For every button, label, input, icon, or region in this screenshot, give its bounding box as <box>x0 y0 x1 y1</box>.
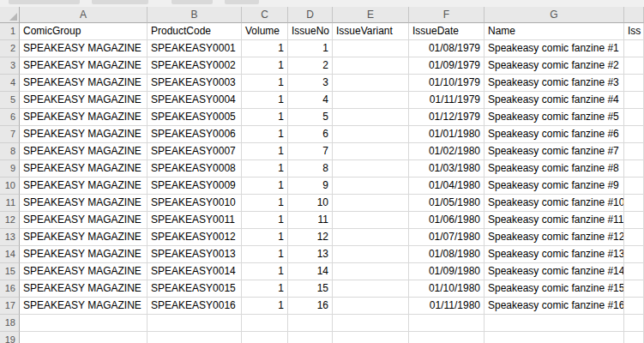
data-cell[interactable] <box>333 178 409 195</box>
field-header-cell[interactable]: IssueVariant <box>333 23 409 40</box>
data-cell[interactable]: SPEAKEASY0004 <box>147 92 242 109</box>
data-cell[interactable]: 1 <box>242 92 288 109</box>
data-cell[interactable]: SPEAKEASY MAGAZINE <box>20 298 147 315</box>
data-cell[interactable] <box>624 263 644 280</box>
data-cell[interactable]: SPEAKEASY MAGAZINE <box>20 246 147 263</box>
data-cell[interactable]: 14 <box>288 263 333 280</box>
column-header-E[interactable]: E <box>333 7 409 23</box>
data-cell[interactable]: 01/03/1980 <box>409 160 485 178</box>
data-cell[interactable]: 01/05/1980 <box>409 195 485 212</box>
data-cell[interactable]: 1 <box>242 263 288 280</box>
data-cell[interactable]: 15 <box>288 280 333 298</box>
field-header-cell[interactable]: Volume <box>242 23 288 40</box>
data-cell[interactable]: SPEAKEASY MAGAZINE <box>20 92 147 109</box>
data-cell[interactable]: 01/11/1980 <box>409 298 485 315</box>
data-cell[interactable]: Speakeasy comic fanzine #16 <box>485 298 624 315</box>
data-cell[interactable] <box>624 280 644 298</box>
row-header-17[interactable]: 17 <box>0 298 20 315</box>
data-cell[interactable] <box>333 246 409 263</box>
data-cell[interactable]: 01/10/1980 <box>409 280 485 298</box>
data-cell[interactable]: SPEAKEASY0007 <box>147 143 242 160</box>
row-header-18[interactable]: 18 <box>0 315 20 332</box>
data-cell[interactable]: 01/08/1979 <box>409 40 485 57</box>
row-header-19[interactable]: 19 <box>0 332 20 343</box>
data-cell[interactable]: 1 <box>288 40 333 57</box>
row-header-3[interactable]: 3 <box>0 57 20 75</box>
field-header-cell[interactable]: IssueDate <box>409 23 485 40</box>
data-cell[interactable] <box>333 57 409 75</box>
data-cell[interactable]: 11 <box>288 212 333 229</box>
data-cell[interactable] <box>624 160 644 178</box>
data-cell[interactable]: SPEAKEASY0003 <box>147 75 242 92</box>
data-cell[interactable]: SPEAKEASY0005 <box>147 109 242 126</box>
data-cell[interactable]: SPEAKEASY0015 <box>147 280 242 298</box>
data-cell[interactable]: 13 <box>288 246 333 263</box>
column-header-F[interactable]: F <box>409 7 485 23</box>
data-cell[interactable] <box>624 298 644 315</box>
data-cell[interactable]: 6 <box>288 126 333 143</box>
empty-cell[interactable] <box>147 332 242 343</box>
data-cell[interactable]: SPEAKEASY MAGAZINE <box>20 212 147 229</box>
data-cell[interactable] <box>333 212 409 229</box>
field-header-cell[interactable]: IssueNo <box>288 23 333 40</box>
data-cell[interactable]: Speakeasy comic fanzine #10 <box>485 195 624 212</box>
data-cell[interactable]: SPEAKEASY MAGAZINE <box>20 263 147 280</box>
data-cell[interactable]: SPEAKEASY0009 <box>147 178 242 195</box>
data-cell[interactable]: 01/08/1980 <box>409 246 485 263</box>
data-cell[interactable]: SPEAKEASY0001 <box>147 40 242 57</box>
data-cell[interactable]: SPEAKEASY MAGAZINE <box>20 195 147 212</box>
data-cell[interactable] <box>333 160 409 178</box>
row-header-9[interactable]: 9 <box>0 160 20 178</box>
data-cell[interactable]: 1 <box>242 109 288 126</box>
data-cell[interactable]: 1 <box>242 280 288 298</box>
data-cell[interactable]: SPEAKEASY MAGAZINE <box>20 75 147 92</box>
column-header-B[interactable]: B <box>147 7 242 23</box>
data-cell[interactable] <box>624 229 644 246</box>
data-cell[interactable] <box>624 57 644 75</box>
data-cell[interactable] <box>333 229 409 246</box>
data-cell[interactable] <box>333 280 409 298</box>
data-cell[interactable]: SPEAKEASY0013 <box>147 246 242 263</box>
data-cell[interactable] <box>624 212 644 229</box>
column-header-D[interactable]: D <box>288 7 333 23</box>
data-cell[interactable] <box>333 126 409 143</box>
data-cell[interactable] <box>333 75 409 92</box>
field-header-cell[interactable]: ProductCode <box>147 23 242 40</box>
row-header-10[interactable]: 10 <box>0 178 20 195</box>
data-cell[interactable]: 3 <box>288 75 333 92</box>
data-cell[interactable]: 01/04/1980 <box>409 178 485 195</box>
data-cell[interactable]: SPEAKEASY0016 <box>147 298 242 315</box>
data-cell[interactable] <box>624 126 644 143</box>
data-cell[interactable]: 1 <box>242 229 288 246</box>
row-header-1[interactable]: 1 <box>0 23 20 40</box>
empty-cell[interactable] <box>624 315 644 332</box>
data-cell[interactable] <box>624 195 644 212</box>
data-cell[interactable]: 1 <box>242 246 288 263</box>
data-cell[interactable]: 1 <box>242 195 288 212</box>
data-cell[interactable] <box>624 92 644 109</box>
empty-cell[interactable] <box>242 315 288 332</box>
data-cell[interactable]: 1 <box>242 57 288 75</box>
data-cell[interactable]: SPEAKEASY MAGAZINE <box>20 229 147 246</box>
data-cell[interactable]: Speakeasy comic fanzine #14 <box>485 263 624 280</box>
empty-cell[interactable] <box>624 332 644 343</box>
data-cell[interactable]: Speakeasy comic fanzine #2 <box>485 57 624 75</box>
data-cell[interactable]: 5 <box>288 109 333 126</box>
row-header-14[interactable]: 14 <box>0 246 20 263</box>
data-cell[interactable]: 4 <box>288 92 333 109</box>
data-cell[interactable]: Speakeasy comic fanzine #13 <box>485 246 624 263</box>
data-cell[interactable]: SPEAKEASY0006 <box>147 126 242 143</box>
data-cell[interactable] <box>624 246 644 263</box>
field-header-cell[interactable]: Name <box>485 23 624 40</box>
data-cell[interactable]: Speakeasy comic fanzine #12 <box>485 229 624 246</box>
data-cell[interactable]: 01/10/1979 <box>409 75 485 92</box>
data-cell[interactable]: SPEAKEASY MAGAZINE <box>20 57 147 75</box>
data-cell[interactable]: SPEAKEASY MAGAZINE <box>20 178 147 195</box>
empty-cell[interactable] <box>20 315 147 332</box>
data-cell[interactable]: 01/01/1980 <box>409 126 485 143</box>
data-cell[interactable]: Speakeasy comic fanzine #3 <box>485 75 624 92</box>
column-header-partial[interactable] <box>624 7 644 23</box>
data-cell[interactable]: 10 <box>288 195 333 212</box>
column-header-G[interactable]: G <box>485 7 624 23</box>
data-cell[interactable]: 01/12/1979 <box>409 109 485 126</box>
